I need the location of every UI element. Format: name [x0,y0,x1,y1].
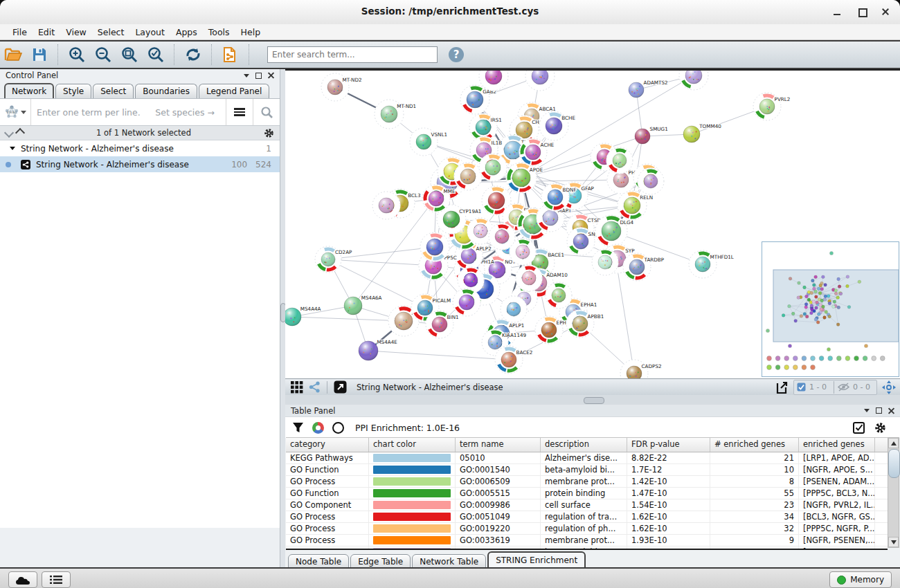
minimize-button[interactable] [832,7,842,17]
zoom-fit-button[interactable] [118,44,141,65]
column-header[interactable]: # enriched genes [710,438,799,452]
horizontal-splitter[interactable] [285,395,900,405]
network-view[interactable]: MT-ND2MT-ND1VSNL1GAB2ADAMTS2PVRL2TOMM40S… [285,69,900,378]
open-file-button[interactable] [1,44,25,65]
string-search-button[interactable] [253,99,280,125]
string-query-input[interactable]: Enter one term per line. Set species → [31,107,226,118]
save-session-button[interactable] [28,44,51,65]
network-node[interactable]: BACE2 [495,346,532,374]
network-node[interactable] [679,71,708,90]
network-node[interactable]: MTHFD1L [689,250,734,278]
menu-layout[interactable]: Layout [129,26,170,39]
float-window-icon[interactable] [255,73,262,79]
zoom-selected-button[interactable] [144,44,168,65]
network-node[interactable]: RELN [618,191,653,220]
network-node[interactable]: BCHE [539,111,575,140]
network-node[interactable]: ACHE [519,138,555,166]
network-node[interactable] [479,154,507,181]
share-view-button[interactable] [309,381,321,393]
network-node[interactable] [420,232,449,261]
network-node[interactable] [606,147,633,174]
help-button[interactable]: ? [444,44,468,65]
task-history-button[interactable] [42,571,71,588]
navigator-button[interactable] [882,380,896,394]
network-node[interactable] [453,288,480,316]
menu-edit[interactable]: Edit [33,26,60,39]
menu-tools[interactable]: Tools [203,26,235,39]
table-scrollbar[interactable] [888,437,899,548]
maximize-button[interactable] [857,7,867,17]
column-header[interactable]: term name [456,438,541,452]
network-node[interactable]: CADPS2 [620,360,662,378]
menu-view[interactable]: View [60,26,92,39]
network-node[interactable] [638,168,664,194]
column-header[interactable]: FDR p-value [627,438,710,452]
table-row[interactable]: GO ProcessGO:0050435beta-amyloid m...2.0… [286,546,888,550]
network-node[interactable]: MS4A4A [285,306,321,327]
grid-view-button[interactable] [291,381,303,394]
network-node[interactable] [372,192,400,219]
collapse-all-icon[interactable] [4,128,14,138]
scroll-up-button[interactable] [888,438,899,448]
network-node[interactable] [454,163,482,190]
column-header[interactable]: description [541,438,627,452]
table-row[interactable]: GO ComponentGO:0009986cell surface1.54E-… [286,499,888,511]
column-header[interactable]: chart color [369,438,456,452]
table-row[interactable]: GO ProcessGO:0019220regulation of ph...1… [286,523,888,535]
table-row[interactable]: GO FunctionGO:0005515protein binding1.47… [286,488,888,499]
import-network-button[interactable] [219,44,242,65]
network-node[interactable]: APBB1 [566,310,604,338]
network-node[interactable] [516,265,542,291]
tab-network[interactable]: Network [4,83,54,98]
splitter-handle[interactable] [584,397,604,404]
gear-icon[interactable] [874,422,886,434]
zoom-in-button[interactable] [65,44,89,65]
table-row[interactable]: GO ProcessGO:0033619membrane prot...1.93… [286,535,888,546]
network-node[interactable] [489,223,515,250]
tab-style[interactable]: Style [55,84,91,98]
table-row[interactable]: GO ProcessGO:0051049regulation of tra...… [286,511,888,523]
cloud-button[interactable] [8,571,37,588]
zoom-out-button[interactable] [91,44,115,65]
float-menu-icon[interactable] [864,409,870,412]
search-input[interactable] [267,46,438,63]
network-node[interactable]: TARDBP [623,253,665,281]
column-header[interactable]: enriched genes [799,438,875,452]
menu-apps[interactable]: Apps [170,26,203,39]
menu-select[interactable]: Select [92,26,130,39]
apply-layout-button[interactable] [181,44,205,65]
column-header[interactable]: category [286,438,369,452]
network-node[interactable]: MS4A6A [344,295,382,315]
table-row[interactable]: GO ProcessGO:0006509membrane prot...1.42… [286,476,888,488]
menu-file[interactable]: File [7,26,33,39]
float-window-icon[interactable] [876,407,882,414]
string-logo-dropdown[interactable]: STRING [0,99,31,125]
species-hint[interactable]: Set species → [155,107,220,118]
network-node[interactable]: TOMM40 [683,123,721,143]
network-row-selected[interactable]: String Network - Alzheimer's disease 100… [0,156,280,172]
chart-settings-button[interactable] [312,422,324,434]
network-node[interactable] [525,71,555,91]
network-node[interactable] [592,249,618,275]
memory-button[interactable]: Memory [829,571,892,588]
app-launch-button[interactable] [334,380,347,394]
tree-expand-icon[interactable] [10,147,15,150]
tab-select[interactable]: Select [93,84,134,98]
close-panel-icon[interactable] [268,73,274,79]
tab-boundaries[interactable]: Boundaries [135,84,197,98]
remove-chart-button[interactable] [332,422,344,434]
network-node[interactable]: ADAMTS2 [629,80,668,98]
network-node[interactable]: VSNL1 [410,128,447,156]
selected-checkbox-icon[interactable] [797,383,806,392]
network-node[interactable]: DLG4 [595,215,634,247]
network-node[interactable]: MS4A4E [359,339,397,360]
network-node[interactable]: MT-ND1 [375,100,416,129]
network-node[interactable]: PVRL2 [753,93,790,120]
table-row[interactable]: GO FunctionGO:0001540beta-amyloid bi...1… [286,464,888,476]
export-view-button[interactable] [775,380,789,394]
menu-help[interactable]: Help [235,26,267,39]
select-columns-icon[interactable] [853,422,865,434]
filter-icon[interactable] [292,422,304,434]
network-node[interactable]: SMUG1 [635,126,668,145]
vertical-splitter[interactable] [280,69,285,567]
